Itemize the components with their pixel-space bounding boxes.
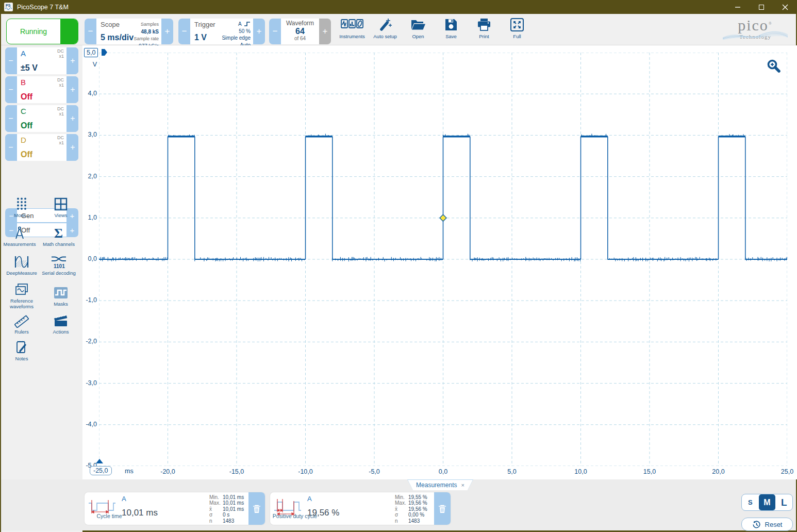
delete-measurement-button[interactable] xyxy=(434,492,451,525)
rulers-icon xyxy=(3,313,40,328)
channel-a-card: − A DCx1 ±5 V + xyxy=(5,47,78,74)
print-icon xyxy=(468,17,500,32)
channel-b-card: − B DCx1 Off + xyxy=(5,76,78,103)
channel-c-card: − C DCx1 Off + xyxy=(5,105,78,132)
maximize-button[interactable] xyxy=(750,0,773,14)
save-floppy-icon xyxy=(435,17,467,32)
delete-measurement-button[interactable] xyxy=(248,492,265,525)
full-button[interactable]: Full xyxy=(501,17,533,44)
channel-c-panel[interactable]: C DCx1 Off xyxy=(17,105,67,132)
channel-b-panel[interactable]: B DCx1 Off xyxy=(17,76,67,103)
scope-panel[interactable]: Scope 5 ms/div Samples 48,8 kS Sample ra… xyxy=(96,19,161,44)
channel-d-decrease-button[interactable]: − xyxy=(5,134,16,161)
stat-row: x̄19,56 % xyxy=(395,506,427,512)
more-grid-icon xyxy=(3,197,40,211)
stat-row: Max.10,01 ms xyxy=(209,500,244,506)
scope-label: Scope xyxy=(101,21,120,28)
channel-b-increase-button[interactable]: + xyxy=(67,76,78,103)
scope-control-group: − Scope 5 ms/div Samples 48,8 kS Sample … xyxy=(85,19,173,44)
auto-setup-button[interactable]: Auto setup xyxy=(369,17,401,44)
app-logo-icon: PS xyxy=(4,3,13,11)
channel-c-increase-button[interactable]: + xyxy=(67,105,78,132)
channel-b-decrease-button[interactable]: − xyxy=(5,76,16,103)
trigger-panel[interactable]: Trigger 1 V A 50 % Simple edge Auto xyxy=(190,19,253,44)
trigger-decrease-button[interactable]: − xyxy=(178,19,190,44)
pico-technology-logo: pico® Technology xyxy=(720,17,791,44)
sidebar-item-views[interactable]: Views xyxy=(42,197,79,218)
sidebar-item-math-channels[interactable]: Σ Math channels xyxy=(40,226,77,247)
sidebar-item-masks[interactable]: Masks xyxy=(42,286,79,307)
rising-edge-icon xyxy=(244,22,251,26)
sidebar-item-reference-waveforms[interactable]: Reference waveforms xyxy=(3,282,40,309)
waveform-previous-button[interactable]: − xyxy=(269,19,281,44)
x-tick-label: 5,0 xyxy=(495,468,528,475)
x-tick-label: -10,0 xyxy=(289,468,322,475)
actions-clapper-icon xyxy=(42,313,79,328)
running-button[interactable]: Running xyxy=(6,19,78,44)
sidebar-item-serial-decoding[interactable]: 1101 Serial decoding xyxy=(40,255,77,276)
scope-increase-button[interactable]: + xyxy=(161,19,173,44)
reset-button[interactable]: Reset xyxy=(741,518,793,531)
svg-text:1101: 1101 xyxy=(54,263,65,269)
y-tick-label: 1,0 xyxy=(82,214,97,221)
waveform-control-group: − Waveform 64 of 64 + xyxy=(269,19,331,44)
measurement-stats: Min.10,01 msMax.10,01 msx̄10,01 msσ0 sn1… xyxy=(209,494,244,524)
print-button[interactable]: Print xyxy=(468,17,500,44)
waveform-panel[interactable]: Waveform 64 of 64 xyxy=(281,19,319,44)
close-button[interactable] xyxy=(773,0,797,14)
trigger-level-marker[interactable] xyxy=(440,214,446,221)
samples-value: 48,8 kS xyxy=(141,29,159,35)
waveform-number: 64 xyxy=(281,27,319,36)
sidebar-item-deepmeasure[interactable]: DeepMeasure xyxy=(3,255,40,276)
trigger-control-group: − Trigger 1 V A 50 % Simple edge Auto + xyxy=(178,19,265,44)
measurements-tab[interactable]: Measurements × xyxy=(407,479,473,490)
window-title: PicoScope 7 T&M xyxy=(17,4,69,11)
waveform-of: of 64 xyxy=(281,36,319,41)
sidebar-item-actions[interactable]: Actions xyxy=(42,313,79,335)
y-tick-label: -2,0 xyxy=(82,338,97,345)
full-screen-icon xyxy=(501,17,533,32)
size-s-button[interactable]: S xyxy=(742,494,759,510)
sidebar-item-measurements[interactable]: Measurements xyxy=(1,226,38,247)
size-m-button[interactable]: M xyxy=(759,494,776,510)
channel-d-card: − D DCx1 Off + xyxy=(5,134,78,161)
measurements-compass-icon xyxy=(1,226,38,240)
size-l-button[interactable]: L xyxy=(775,494,792,510)
open-button[interactable]: Open xyxy=(402,17,434,44)
running-indicator xyxy=(60,19,78,44)
y-axis-top-field[interactable]: 5,0 xyxy=(84,48,98,57)
waveform-next-button[interactable]: + xyxy=(319,19,331,44)
sidebar-item-notes[interactable]: Notes xyxy=(3,340,40,361)
x-tick-label: 20,0 xyxy=(702,468,735,475)
channel-a-decrease-button[interactable]: − xyxy=(5,47,16,74)
channel-d-increase-button[interactable]: + xyxy=(67,134,78,161)
sidebar-item-more[interactable]: More... xyxy=(3,197,40,218)
auto-setup-wand-icon xyxy=(369,17,401,32)
channel-c-decrease-button[interactable]: − xyxy=(5,105,16,132)
x-axis-start-field[interactable]: -25,0 xyxy=(90,466,112,475)
waveform-canvas[interactable] xyxy=(99,53,787,466)
scope-value: 5 ms/div xyxy=(101,33,134,42)
instruments-button[interactable]: Instruments xyxy=(336,17,368,44)
time-axis-marker[interactable] xyxy=(96,459,103,463)
measurement-card-duty-cycle: A Positive duty cycle 19,56 % Min.19,55 … xyxy=(270,492,451,525)
channel-a-panel[interactable]: A DCx1 ±5 V xyxy=(17,47,67,74)
scope-decrease-button[interactable]: − xyxy=(85,19,96,44)
samples-label: Samples xyxy=(141,22,159,27)
measurements-bar: Measurements × A Cycle time 10,01 ms Min… xyxy=(1,479,796,530)
trigger-label: Trigger xyxy=(194,21,215,28)
stat-row: σ0,00 % xyxy=(395,512,427,518)
sidebar-item-rulers[interactable]: Rulers xyxy=(3,313,40,335)
y-tick-label: -1,0 xyxy=(82,296,97,304)
x-axis-unit: ms xyxy=(125,468,134,475)
zoom-in-magnifier-icon[interactable] xyxy=(766,59,782,76)
svg-text:Σ: Σ xyxy=(54,226,63,240)
channel-d-panel[interactable]: D DCx1 Off xyxy=(17,134,67,161)
measurements-tab-close-icon[interactable]: × xyxy=(461,482,464,488)
stat-row: Max.19,56 % xyxy=(395,500,427,506)
trigger-increase-button[interactable]: + xyxy=(253,19,265,44)
minimize-button[interactable] xyxy=(726,0,750,14)
channel-a-increase-button[interactable]: + xyxy=(67,47,78,74)
save-button[interactable]: Save xyxy=(435,17,467,44)
measurement-card-cycle-time: A Cycle time 10,01 ms Min.10,01 msMax.10… xyxy=(85,492,265,525)
